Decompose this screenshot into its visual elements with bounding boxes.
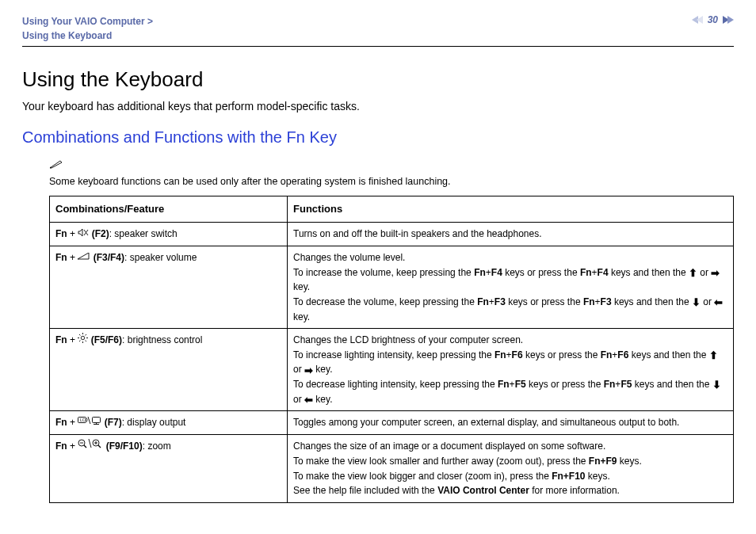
pencil-icon: [49, 158, 63, 172]
function-cell: Changes the LCD brightness of your compu…: [288, 329, 734, 411]
key-label: (F7): [105, 417, 122, 428]
note-text: Some keyboard functions can be used only…: [49, 176, 451, 187]
function-cell: Toggles among your computer screen, an e…: [288, 411, 734, 435]
arrow-left-icon: ⬅: [304, 395, 313, 405]
feature-label: : zoom: [143, 441, 171, 452]
svg-line-13: [86, 340, 86, 341]
svg-line-24: [84, 445, 86, 448]
arrow-right-icon: ➡: [711, 268, 720, 278]
svg-marker-3: [727, 16, 734, 24]
svg-line-18: [88, 417, 90, 424]
svg-marker-6: [78, 253, 89, 259]
table-header-functions: Functions: [288, 196, 734, 223]
function-cell: Changes the volume level. To increase th…: [288, 246, 734, 329]
breadcrumb-line2: Using the Keyboard: [22, 29, 153, 43]
svg-line-14: [86, 334, 86, 335]
intro-text: Your keyboard has additional keys that p…: [22, 100, 734, 113]
page-nav: 30: [692, 14, 734, 25]
table-row: Fn + LCD (F7): display output Toggles am…: [50, 411, 734, 435]
brightness-icon: [78, 333, 88, 348]
fn-label: Fn: [55, 334, 67, 345]
feature-label: : speaker switch: [109, 228, 178, 239]
svg-line-15: [79, 340, 80, 341]
fn-label: Fn: [55, 228, 67, 239]
table-row: Fn + (F5/F6): brightness control Changes…: [50, 329, 734, 411]
function-cell: Turns on and off the built-in speakers a…: [288, 223, 734, 246]
display-output-icon: LCD: [78, 415, 101, 430]
page-number: 30: [708, 14, 718, 25]
page-header: Using Your VAIO Computer > Using the Key…: [22, 14, 734, 47]
breadcrumb-line1: Using Your VAIO Computer >: [22, 14, 153, 29]
svg-rect-19: [93, 417, 101, 422]
arrow-up-icon: ⬆: [689, 268, 697, 278]
arrow-left-icon: ⬅: [714, 297, 723, 307]
key-label: (F9/F10): [106, 441, 143, 452]
svg-text:LCD: LCD: [80, 418, 88, 422]
fn-label: Fn: [55, 252, 67, 263]
svg-line-29: [98, 445, 101, 448]
feature-label: : brightness control: [122, 334, 202, 345]
breadcrumb: Using Your VAIO Computer > Using the Key…: [22, 14, 153, 43]
table-header-combinations: Combinations/Feature: [50, 196, 288, 223]
arrow-up-icon: ⬆: [709, 350, 718, 360]
table-row: Fn + (F9/F10): zoom Changes the size of …: [50, 435, 734, 502]
fn-key-table: Combinations/Feature Functions Fn + (F2)…: [49, 196, 734, 503]
arrow-down-icon: ⬇: [712, 380, 721, 390]
arrow-down-icon: ⬇: [692, 297, 701, 307]
svg-line-12: [79, 334, 80, 335]
svg-line-25: [89, 439, 91, 448]
key-label: (F2): [92, 228, 109, 239]
fn-label: Fn: [55, 441, 67, 452]
table-row: Fn + (F2): speaker switch Turns on and o…: [50, 223, 734, 246]
section-heading: Combinations and Functions with the Fn K…: [22, 128, 734, 147]
feature-label: : speaker volume: [124, 252, 197, 263]
volume-icon: [78, 250, 90, 265]
speaker-mute-icon: [78, 227, 89, 242]
arrow-right-icon: ➡: [304, 365, 313, 376]
next-page-icon[interactable]: [723, 16, 734, 24]
key-label: (F5/F6): [91, 334, 122, 345]
prev-page-icon[interactable]: [692, 16, 703, 24]
key-label: (F3/F4): [94, 252, 124, 263]
svg-point-7: [82, 336, 85, 339]
function-cell: Changes the size of an image or a docume…: [288, 435, 734, 502]
table-row: Fn + (F3/F4): speaker volume Changes the…: [50, 246, 734, 329]
feature-label: : display output: [122, 417, 186, 428]
page-title: Using the Keyboard: [22, 67, 734, 92]
fn-label: Fn: [55, 417, 67, 428]
note: Some keyboard functions can be used only…: [49, 158, 734, 188]
zoom-icon: [78, 438, 103, 454]
